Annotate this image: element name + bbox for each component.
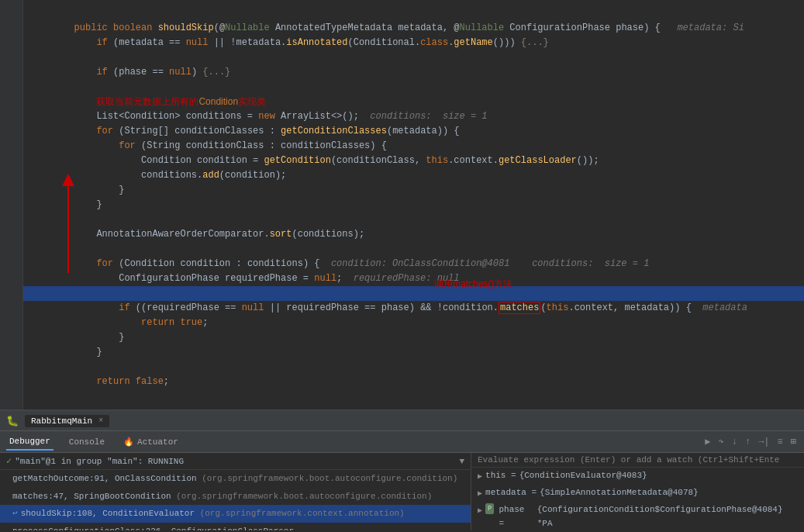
code-line: public boolean shouldSkip(@Nullable Anno… — [23, 6, 804, 21]
code-line: if (metadata == null || !metadata.isAnno… — [23, 21, 804, 36]
code-editor: public boolean shouldSkip(@Nullable Anno… — [0, 0, 804, 411]
code-line — [23, 198, 804, 212]
code-line: if (phase == null) {...} — [23, 50, 804, 65]
actuator-tab-icon: 🔥 — [123, 437, 134, 447]
stack-frame-3-method: processConfigurationClass:226, Configura… — [12, 527, 294, 531]
code-line — [23, 65, 804, 80]
console-tab-label: Console — [69, 437, 105, 447]
code-line: if (condition instanceof ConfigurationCo… — [23, 271, 804, 286]
code-line: for (String conditionClass : conditionCl… — [23, 124, 804, 139]
check-icon: ✓ — [6, 455, 12, 467]
panel-content: ✓ "main"@1 in group "main": RUNNING ▼ ge… — [0, 453, 804, 530]
code-line: return true; — [23, 301, 804, 316]
expand-icon[interactable]: ▶ — [478, 505, 482, 517]
watch-item-this[interactable]: ▶ this = {ConditionEvaluator@4083} — [471, 468, 804, 485]
expand-icon[interactable]: ▶ — [478, 488, 482, 500]
code-line: conditions.add(condition); — [23, 154, 804, 168]
code-line: } — [23, 330, 804, 345]
watch-var-value: {ConditionEvaluator@4083} — [519, 469, 647, 483]
panel-tabs: Debugger Console 🔥 Actuator ▶ ↷ ↓ ↑ →| ≡… — [0, 431, 804, 453]
code-lines[interactable]: public boolean shouldSkip(@Nullable Anno… — [23, 0, 804, 409]
watch-list: ▶ this = {ConditionEvaluator@4083} ▶ met… — [471, 468, 804, 530]
tab-console[interactable]: Console — [66, 434, 108, 450]
stack-frame-3[interactable]: processConfigurationClass:226, Configura… — [0, 523, 471, 531]
step-out-icon[interactable]: ↑ — [744, 435, 752, 449]
code-line: ConfigurationPhase requiredPhase = null;… — [23, 257, 804, 271]
stack-frame-2-class: (org.springframework.context.annotation) — [200, 509, 405, 518]
stack-frame-0-class: (org.springframework.boot.autoconfigure.… — [202, 474, 457, 483]
stack-frame-1-class: (org.springframework.boot.autoconfigure.… — [176, 492, 432, 501]
code-line: List<Condition> conditions = new ArrayLi… — [23, 95, 804, 109]
watch-item-metadata[interactable]: ▶ metadata = {SimpleAnnotationMetadata@4… — [471, 485, 804, 502]
line-numbers — [0, 0, 23, 409]
panel-toolbar-icons: ▶ ↷ ↓ ↑ →| ≡ ⊞ — [703, 434, 798, 449]
code-line: return false; — [23, 360, 804, 375]
code-line: for (String[] conditionClasses : getCond… — [23, 109, 804, 124]
stack-frame-2[interactable]: ↩ shouldSkip:108, ConditionEvaluator (or… — [0, 505, 471, 523]
bottom-panel: Debugger Console 🔥 Actuator ▶ ↷ ↓ ↑ →| ≡… — [0, 431, 804, 530]
thread-status: "main"@1 in group "main": RUNNING — [15, 457, 184, 466]
highlighted-code-line: if ((requiredPhase == null || requiredPh… — [23, 286, 804, 301]
watch-item-phase[interactable]: ▶ P phase = {ConfigurationCondition$Conf… — [471, 502, 804, 530]
eval-header: Evaluate expression (Enter) or add a wat… — [471, 453, 804, 468]
code-line: AnnotationAwareOrderComparator.sort(cond… — [23, 212, 804, 227]
rabbitmq-tab[interactable]: RabbitmqMain × — [25, 415, 109, 427]
code-line: } — [23, 183, 804, 198]
bug-icon: 🐛 — [6, 415, 19, 427]
watch-var-value: {ConfigurationCondition$ConfigurationPha… — [537, 503, 798, 530]
rabbitmq-tab-label: RabbitmqMain — [31, 416, 92, 426]
watch-var-name: this = — [485, 469, 516, 483]
code-line: for (Condition condition : conditions) {… — [23, 242, 804, 257]
debug-toolbar: 🐛 RabbitmqMain × — [0, 411, 804, 431]
expand-icon[interactable]: ▶ — [478, 471, 482, 483]
filter-icon[interactable]: ▼ — [459, 457, 464, 466]
stack-frame-0-method: getMatchOutcome:91, OnClassCondition — [12, 474, 197, 483]
cn-annotation-line: 获取当前元数据上所有的Condition实现类 — [23, 80, 804, 95]
eval-hint-text: Evaluate expression (Enter) or add a wat… — [478, 455, 779, 465]
code-line — [23, 36, 804, 50]
left-panel: ✓ "main"@1 in group "main": RUNNING ▼ ge… — [0, 453, 471, 530]
debugger-tab-label: Debugger — [9, 437, 50, 446]
tab-close-icon[interactable]: × — [98, 416, 103, 425]
watch-var-name: metadata = — [485, 486, 537, 500]
stack-frame-2-method: shouldSkip:108, ConditionEvaluator — [21, 509, 195, 518]
code-line: Condition condition = getCondition(condi… — [23, 139, 804, 154]
watch-var-name: phase = — [499, 503, 533, 530]
active-frame-arrow: ↩ — [12, 507, 18, 520]
code-line — [23, 345, 804, 360]
right-panel: Evaluate expression (Enter) or add a wat… — [471, 453, 804, 530]
stack-frame-1-method: matches:47, SpringBootCondition — [12, 492, 171, 501]
thread-info: ✓ "main"@1 in group "main": RUNNING ▼ — [0, 453, 471, 470]
resume-icon[interactable]: ▶ — [703, 434, 712, 449]
step-over-icon[interactable]: ↷ — [717, 434, 726, 449]
step-into-icon[interactable]: ↓ — [730, 435, 739, 449]
actuator-tab-label: Actuator — [137, 437, 178, 447]
stack-list[interactable]: getMatchOutcome:91, OnClassCondition (or… — [0, 470, 471, 530]
code-line — [23, 227, 804, 242]
stack-frame-0[interactable]: getMatchOutcome:91, OnClassCondition (or… — [0, 470, 471, 488]
code-line: } — [23, 168, 804, 183]
run-to-cursor-icon[interactable]: →| — [757, 435, 771, 449]
layout-icon[interactable]: ⊞ — [789, 434, 798, 449]
evaluate-icon[interactable]: ≡ — [776, 435, 785, 449]
stack-frame-1[interactable]: matches:47, SpringBootCondition (org.spr… — [0, 488, 471, 506]
tab-actuator[interactable]: 🔥 Actuator — [120, 434, 181, 450]
watch-var-value: {SimpleAnnotationMetadata@4078} — [540, 486, 699, 500]
tab-debugger[interactable]: Debugger — [6, 434, 53, 451]
p-badge: P — [485, 503, 494, 514]
code-line: } — [23, 316, 804, 330]
